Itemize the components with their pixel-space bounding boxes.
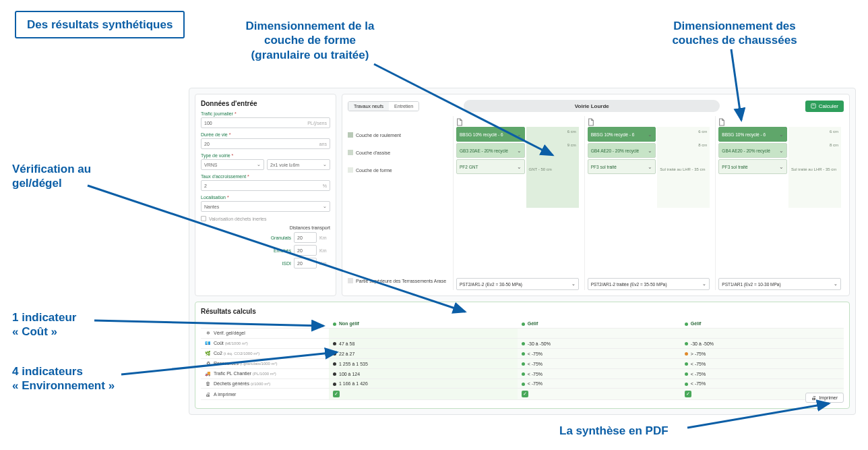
check-icon: ✓ <box>522 391 528 397</box>
chevron-down-icon: ⌄ <box>517 164 522 170</box>
results-cell: 22 à 27 <box>329 349 518 359</box>
document-icon[interactable] <box>588 117 710 127</box>
text: (granulaire ou traitée) <box>251 49 369 61</box>
dot-icon <box>522 362 525 366</box>
main-panel: Travaux neufs Entretien Voirie Lourde Ca… <box>342 94 850 296</box>
dot-icon <box>522 383 525 386</box>
results-cell: 47 à 58 <box>329 339 518 349</box>
label: Calculer <box>819 103 838 109</box>
results-row-label: ♻Ressources (t granulats/1000 m²) <box>201 359 329 369</box>
layers-area: Couche de roulement Couche d'assise Couc… <box>348 116 844 290</box>
results-row: 🌿Co2 (t éq. CO2/1000 m²)22 à 27< -75%> -… <box>201 349 844 359</box>
dot-icon <box>522 342 525 345</box>
type-lane-select[interactable]: 2x1 voie l≥6m ⌄ <box>267 159 330 170</box>
annotation-gel: Vérification au gel/dégel <box>12 162 91 191</box>
value: 20 <box>297 261 303 266</box>
checkbox-label: Valorisation déchets inertes <box>209 217 266 221</box>
form-label: Sol traité au LHR - 35 cm <box>791 167 836 171</box>
dot-icon <box>522 352 525 356</box>
results-cell: 1 255 à 1 535 <box>329 359 518 369</box>
tab-travaux-neufs[interactable]: Travaux neufs <box>348 102 389 111</box>
dist-granulats-label: Granulats <box>251 235 291 240</box>
trafic-input[interactable]: 100 PL/j/sens <box>201 117 330 128</box>
check-icon: ✓ <box>685 391 691 397</box>
type-voirie-select[interactable]: VRNS ⌄ <box>201 159 264 170</box>
dist-isdi-input[interactable]: 20 <box>294 258 317 269</box>
dot-icon <box>685 362 688 366</box>
calculate-button[interactable]: Calculer <box>805 101 844 112</box>
distances-title: Distances transport <box>201 225 330 230</box>
assise-select[interactable]: GB4 AE20 - 20% recyclé⌄ <box>718 143 787 158</box>
results-row: 🗑Déchets générés (t/1000 m²)1 166 à 1 42… <box>201 379 844 389</box>
thickness-label: 9 cm <box>567 143 576 147</box>
results-panel: Résultats calculs Non gélifGélifGélif ❄V… <box>195 302 850 409</box>
dot-icon <box>685 372 688 376</box>
forme-select[interactable]: PF3 sol traité⌄ <box>588 159 656 174</box>
forme-select[interactable]: PF2 GNT⌄ <box>456 159 525 174</box>
document-icon[interactable] <box>456 117 579 127</box>
annotation-env: 4 indicateurs « Environnement » <box>12 364 115 393</box>
variant-column: BBSG 10% recyclé - 6⌄ GB4 AE20 - 20% rec… <box>584 116 713 290</box>
results-cell: < -75% <box>681 379 844 389</box>
unit: Km <box>319 261 330 266</box>
duree-input[interactable]: 20 ans <box>201 138 330 149</box>
label: Couche de roulement <box>356 133 401 138</box>
unit: Km <box>319 235 330 240</box>
dot-icon <box>333 342 336 345</box>
results-cell: 100 à 124 <box>329 369 518 379</box>
text: Dimensionnement des <box>673 20 795 32</box>
results-cell <box>518 329 681 339</box>
results-cell: < -75% <box>681 359 844 369</box>
unit: Km <box>319 248 330 253</box>
unit: % <box>323 184 327 188</box>
results-row-label: 🖨A imprimer <box>201 389 329 400</box>
print-button[interactable]: 🖨 Imprimer <box>805 393 844 403</box>
pst-select[interactable]: PST2/AR1-2 (Ev2 = 30-50 MPa)⌄ <box>456 278 579 290</box>
thickness-label: 8 cm <box>698 143 707 147</box>
dot-icon <box>333 362 336 366</box>
label: Couche d'assise <box>356 150 390 155</box>
chevron-down-icon: ⌄ <box>702 281 706 287</box>
dist-enrobes-input[interactable]: 20 <box>294 245 317 256</box>
pst-select[interactable]: PST2/AR1-2 traitée (Ev2 = 35-50 MPa)⌄ <box>588 278 710 290</box>
forme-select[interactable]: PF3 sol traité⌄ <box>718 159 787 174</box>
loc-select[interactable]: Nantes ⌄ <box>201 201 330 212</box>
swatch-icon <box>348 167 353 173</box>
chevron-down-icon: ⌄ <box>257 162 261 167</box>
roulement-select[interactable]: BBSG 10% recyclé - 6⌄ <box>588 127 656 142</box>
chevron-down-icon: ⌄ <box>779 148 784 154</box>
chevron-down-icon: ⌄ <box>323 162 327 167</box>
results-col-header: Gélif <box>518 319 681 329</box>
tab-entretien[interactable]: Entretien <box>389 102 418 111</box>
row-icon: 💶 <box>205 341 211 346</box>
variants-container: BBSG 10% recyclé - 6⌄ GB3 20AE - 20% rec… <box>453 116 844 290</box>
thickness-label: 6 cm <box>698 130 707 134</box>
pst-select[interactable]: PST1/AR1 (Ev2 = 10-30 MPa)⌄ <box>718 278 841 290</box>
form-label: GNT - 50 cm <box>529 167 552 171</box>
results-row: ♻Ressources (t granulats/1000 m²)1 255 à… <box>201 359 844 369</box>
assise-select[interactable]: GB3 20AE - 20% recyclé⌄ <box>456 143 525 158</box>
layer-labels: Couche de roulement Couche d'assise Couc… <box>348 116 449 290</box>
text: couches de chaussées <box>672 34 797 47</box>
layer-visual: 6 cm 8 cm Sol traité au LHR - 35 cm <box>788 127 841 208</box>
results-row: 🚚Trafic PL Chantier (PL/1000 m²)100 à 12… <box>201 369 844 379</box>
label: Couche de forme <box>356 168 392 173</box>
chevron-down-icon: ⌄ <box>834 281 838 287</box>
results-row: 💶Coût (k€/1000 m²)47 à 58-30 à -50%-30 à… <box>201 339 844 349</box>
value: 20 <box>204 142 210 146</box>
roulement-select[interactable]: BBSG 10% recyclé - 6⌄ <box>718 127 787 142</box>
swatch-icon <box>348 150 353 155</box>
value: Nantes <box>204 204 219 209</box>
document-icon[interactable] <box>718 117 841 127</box>
label: Partie supérieure des Terrassements Aras… <box>356 279 446 283</box>
taux-input[interactable]: 2 % <box>201 180 330 191</box>
dist-granulats-input[interactable]: 20 <box>294 232 317 243</box>
text: « Coût » <box>12 325 57 338</box>
thickness-label: 6 cm <box>830 130 838 134</box>
roulement-select[interactable]: BBSG 10% recyclé - 6⌄ <box>456 127 525 142</box>
results-cell: < -75% <box>518 379 681 389</box>
valorisation-checkbox[interactable]: Valorisation déchets inertes <box>201 216 330 221</box>
results-cell: < -75% <box>518 359 681 369</box>
assise-select[interactable]: GB4 AE20 - 20% recyclé⌄ <box>588 143 656 158</box>
annotation-chaussees: Dimensionnement des couches de chaussées <box>647 19 822 48</box>
